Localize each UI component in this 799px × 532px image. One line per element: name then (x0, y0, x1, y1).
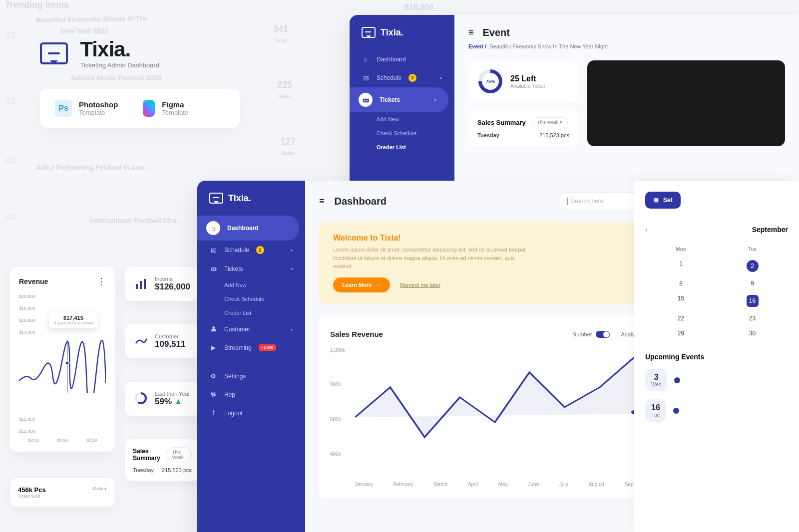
rev-y: $12,000 (19, 429, 106, 434)
sidebar-item-tickets[interactable]: 🎟︎Tickets▾ (197, 260, 305, 278)
bg-rank-3: #3 (5, 155, 16, 166)
revenue-title: Revenue (19, 277, 48, 285)
ticket-sold-card: 456k PcsTicket Sold Daily ▾ (10, 478, 115, 507)
welcome-body: Lorem ipsum dolor sit amet, consectetur … (333, 246, 533, 270)
event-sidebar: Tixia. ⌂Dashboard 📅︎Schedule2▸ 🎟︎Tickets… (350, 15, 454, 200)
sidebar-item-dashboard[interactable]: ⌂Dashboard (197, 216, 299, 241)
home-icon: ⌂ (362, 55, 370, 63)
set-button[interactable]: 📅︎Set (645, 192, 681, 209)
tixia-logo-icon (40, 42, 68, 64)
tickets-left-card: 75% 25 LeftAvailable Ticket (468, 60, 578, 102)
sidebar-sub-check[interactable]: Check Schedule (350, 126, 454, 140)
ticket-sold-value: 456k Pcs (18, 486, 46, 494)
stat-label: Customer (155, 333, 185, 339)
sum-period-pill[interactable]: This Week ▾ (532, 117, 568, 127)
sidebar-item-schedule[interactable]: 📅︎Schedule2▸ (350, 68, 454, 87)
promo-title: Tixia. (80, 37, 159, 61)
rev-y: $14,000 (19, 330, 106, 335)
bg-sales-summary: Sales SummaryThis Week Tuesday215,523 pc… (125, 439, 200, 481)
rev-y: $18,000 (19, 306, 106, 311)
sidebar-item-dashboard[interactable]: ⌂Dashboard (350, 50, 454, 68)
cal-day[interactable]: 1 (645, 256, 717, 276)
learn-more-button[interactable]: Learn More→ (333, 277, 390, 292)
ticket-sold-period[interactable]: Daily ▾ (93, 486, 107, 491)
cal-day[interactable]: 22 (645, 311, 717, 326)
calendar-icon: 📅︎ (209, 247, 217, 254)
bg-sales-period[interactable]: This Week (167, 447, 192, 462)
sidebar-sub-addnew[interactable]: Add New (350, 112, 454, 126)
event-panel: Tixia. ⌂Dashboard 📅︎Schedule2▸ 🎟︎Tickets… (350, 15, 799, 200)
bg-item-1: Beautiful Fireworks Shows In The (36, 14, 148, 24)
event-page-title: Event (483, 27, 510, 38)
badge: 2 (256, 246, 264, 254)
cal-day[interactable]: 2 (717, 256, 788, 276)
calendar-icon: 📅︎ (362, 74, 370, 82)
ticket-icon: 🎟︎ (209, 265, 217, 272)
menu-icon[interactable]: ≡ (468, 27, 474, 38)
cal-day[interactable]: 8 (645, 276, 717, 291)
logo-icon (362, 27, 376, 38)
event-dot (673, 408, 679, 414)
menu-icon[interactable]: ≡ (319, 196, 325, 207)
stat-label: Income (155, 276, 190, 282)
number-toggle[interactable]: Number (572, 331, 610, 338)
calendar-grid: MonTue 12 89 1516 2223 2930 (645, 243, 788, 341)
calendar-panel: 📅︎Set ‹ September MonTue 12 89 1516 2223… (634, 181, 799, 532)
photoshop-icon: Ps (55, 100, 72, 117)
cal-day[interactable]: 23 (717, 311, 788, 326)
event-content: ≡Event Event / Beautiful Fireworks Show … (454, 15, 799, 200)
upcoming-item[interactable]: 3Wed (645, 369, 788, 391)
user-icon: 👤︎ (209, 325, 217, 333)
lastyear-stat: Last than Year59% ▲ (125, 382, 200, 416)
more-icon[interactable]: ⋮ (97, 276, 106, 287)
cal-dow: Tue (717, 243, 788, 256)
promo-subtitle: Ticketing Admin Dashboard (80, 61, 159, 69)
sum-title: Sales Summary (477, 119, 526, 126)
cal-day[interactable]: 30 (717, 326, 788, 341)
sidebar-item-schedule[interactable]: 📅︎Schedule2▸ (197, 241, 305, 260)
ticket-sold-label: Ticket Sold (18, 494, 46, 499)
up-dow: Tue (651, 412, 660, 418)
sidebar-sub-check[interactable]: Check Schedule (197, 292, 305, 306)
cal-day[interactable]: 15 (645, 291, 717, 311)
sidebar-item-customer[interactable]: 👤︎Customer▸ (197, 320, 305, 338)
figma-icon (143, 100, 155, 117)
trend-icon (134, 334, 148, 348)
sidebar-sub-orderlist[interactable]: Oreder List (197, 306, 305, 320)
template-sub: Template (79, 109, 118, 116)
chat-icon: 💬︎ (209, 391, 217, 398)
chevron-down-icon: ▾ (291, 266, 293, 271)
tickets-left-label: Available Ticket (510, 83, 545, 89)
stat-value: $126,000 (155, 282, 190, 292)
cal-day[interactable]: 16 (717, 291, 788, 311)
breadcrumb-root[interactable]: Event / (468, 43, 486, 49)
sidebar-item-logout[interactable]: ⤴Logout (197, 404, 305, 422)
sidebar-item-streaming[interactable]: ▶Streaming• LIVE (197, 338, 305, 357)
sidebar-sub-orderlist[interactable]: Oreder List (350, 140, 454, 154)
remind-later-link[interactable]: Remind me later (400, 282, 440, 288)
sidebar-item-settings[interactable]: ⚙Settings (197, 367, 305, 385)
income-stat: Income$126,000 (125, 267, 200, 301)
calendar-icon: 📅︎ (653, 197, 659, 204)
page-title: Dashboard (335, 196, 387, 207)
chevron-right-icon: ▸ (291, 327, 293, 332)
sidebar-item-help[interactable]: 💬︎Hep (197, 385, 305, 404)
cal-day[interactable]: 9 (717, 276, 788, 291)
promo-block: Tixia. Ticketing Admin Dashboard Ps Phot… (40, 37, 240, 128)
logo-icon (209, 193, 223, 204)
breadcrumb-title: Beautiful Fireworks Show In The New Year… (489, 43, 608, 49)
cursor-icon: | (567, 197, 569, 206)
cal-prev[interactable]: ‹ (645, 226, 648, 234)
cal-day[interactable]: 29 (645, 326, 717, 341)
bg-trending: Trending Items (5, 0, 69, 10)
customer-stat: Customer109,511 (125, 324, 200, 358)
live-badge: • LIVE (259, 344, 276, 351)
sidebar-sub-addnew[interactable]: Add New (197, 278, 305, 292)
template-name: Figma (162, 100, 188, 109)
bg-stat-1: 341Sales (273, 24, 288, 45)
template-sub: Template (162, 109, 188, 116)
upcoming-item[interactable]: 16Tue (645, 399, 788, 422)
sidebar-item-tickets[interactable]: 🎟︎Tickets▾ (350, 87, 448, 112)
bg-sales-row: Tuesday215,523 pcs (133, 467, 192, 473)
sales-yaxis: 1,000k800k600k400k (330, 347, 345, 457)
